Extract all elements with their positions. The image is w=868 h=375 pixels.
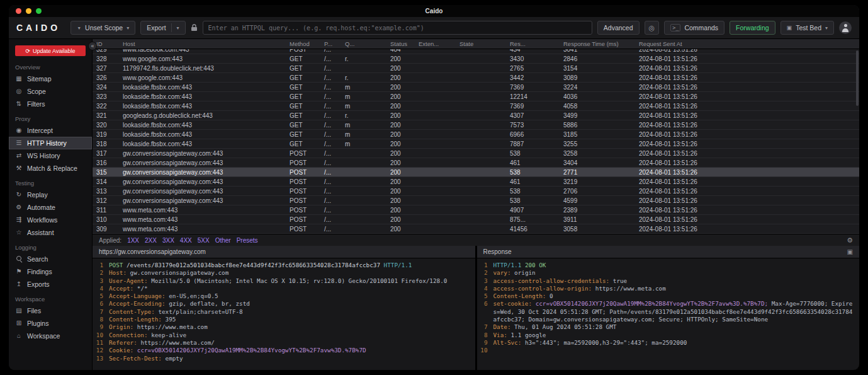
sidebar-item-plugins[interactable]: ⊞Plugins [9, 317, 92, 330]
table-row[interactable]: 311www.meta.com:443POST/...2004907238920… [93, 205, 859, 215]
filter-link-4xx[interactable]: 4XX [180, 237, 192, 244]
toolbar-circle-button[interactable]: ◎ [645, 21, 660, 35]
commands-button[interactable]: >_ Commands [664, 21, 724, 35]
sidebar-item-http-history[interactable]: ☰HTTP History [9, 137, 92, 149]
table-row[interactable]: 316gw.conversionsapigateway.com:443POST/… [93, 158, 859, 168]
export-button[interactable]: Export ▾ [140, 21, 185, 35]
table-cell: GET [286, 55, 320, 62]
collapse-sidebar-button[interactable]: « [88, 42, 97, 50]
column-header[interactable]: Exten... [415, 40, 456, 47]
table-cell: GET [286, 74, 320, 81]
filter-link-2xx[interactable]: 2XX [145, 237, 157, 244]
column-header[interactable]: Request Sent At [635, 40, 730, 47]
column-header[interactable]: Response Time (ms) [560, 40, 635, 47]
account-avatar[interactable] [839, 21, 852, 34]
code-segment: */* [137, 285, 148, 292]
table-row[interactable]: 317gw.conversionsapigateway.com:443POST/… [93, 149, 859, 158]
table-cell: POST [286, 188, 320, 195]
table-cell: 5886 [560, 122, 635, 129]
minimize-button[interactable] [26, 8, 31, 14]
table-row[interactable]: 322lookaside.fbsbx.com:443GET/...m200736… [93, 101, 859, 111]
sidebar-item-scope[interactable]: ◎Scope [9, 85, 92, 98]
table-cell: /... [320, 49, 341, 53]
close-button[interactable] [16, 8, 21, 14]
render-image-icon[interactable]: ▣ [847, 248, 853, 255]
sidebar-item-assistant[interactable]: ☆Assistant [9, 226, 92, 239]
search-icon [15, 255, 23, 263]
table-row[interactable]: 319lookaside.fbsbx.com:443GET/...m200696… [93, 130, 859, 139]
sidebar-item-workspace[interactable]: ⌂Workspace [9, 330, 92, 342]
code-line: 7Content-Type: text/plain;charset=UTF-8 [93, 308, 475, 316]
lock-icon[interactable] [191, 24, 198, 32]
sidebar-item-search[interactable]: Search [9, 253, 92, 265]
table-row[interactable]: 323lookaside.fbsbx.com:443GET/...m200122… [93, 92, 859, 101]
funnel-icon: ▼ [77, 26, 81, 30]
advanced-button[interactable]: Advanced [597, 21, 640, 35]
table-row[interactable]: 321googleads.g.doubleclick.net:443GET/..… [93, 111, 859, 120]
table-cell: www.meta.com:443 [119, 226, 286, 233]
table-row[interactable]: 310www.meta.com:443POST/...200875...3911… [93, 215, 859, 224]
request-code[interactable]: 1POST /events/83179e012a501034babcf8ee7e… [93, 258, 475, 370]
table-cell: GET [286, 131, 320, 138]
column-header[interactable]: Method [286, 40, 320, 47]
table-cell: 2024-08-01 13:51:26 [635, 178, 730, 185]
table-cell: POST [286, 169, 320, 176]
sidebar-item-match-replace[interactable]: ⚒Match & Replace [9, 162, 92, 175]
sidebar-item-automate[interactable]: ⚙Automate [9, 201, 92, 214]
code-segment: Content-Type: [109, 308, 158, 315]
sidebar-item-intercept[interactable]: ◉Intercept [9, 124, 92, 137]
code-line-text: Accept-Language: en-US,en;q=0.5 [109, 292, 475, 300]
sidebar-item-workflows[interactable]: ⇶Workflows [9, 214, 92, 226]
filter-link-1xx[interactable]: 1XX [127, 237, 139, 244]
code-segment: origin [514, 269, 536, 276]
table-cell: 3089 [560, 74, 635, 81]
forwarding-button[interactable]: Forwarding [730, 21, 775, 35]
scope-select[interactable]: ▼ Unset Scope ▾ [70, 21, 135, 35]
table-row[interactable]: 326www.google.com:443GET/...r.2003442308… [93, 73, 859, 83]
filter-link-presets[interactable]: Presets [237, 237, 258, 244]
filter-link-5xx[interactable]: 5XX [198, 237, 210, 244]
table-cell: 538 [506, 197, 560, 204]
sidebar-item-ws-history[interactable]: ⇄WS History [9, 149, 92, 162]
table-row[interactable]: 309www.meta.com:443POST/...2004145630582… [93, 224, 859, 234]
filter-link-3xx[interactable]: 3XX [162, 237, 174, 244]
httpql-query-input[interactable] [203, 21, 592, 35]
sidebar-item-files[interactable]: ▤Files [9, 304, 92, 317]
sidebar-item-findings[interactable]: ⚑Findings [9, 265, 92, 278]
sidebar-item-sitemap[interactable]: ▦Sitemap [9, 72, 92, 85]
column-header[interactable]: Status [386, 40, 415, 47]
sidebar-item-replay[interactable]: ↻Replay [9, 188, 92, 201]
table-row[interactable]: 328www.google.com:443GET/...r.2003430284… [93, 54, 859, 64]
table-row[interactable]: 320lookaside.fbsbx.com:443GET/...m200757… [93, 120, 859, 130]
column-header[interactable]: State [456, 40, 506, 47]
table-row[interactable]: 32711799742.fls.doubleclick.net:443GET/.… [93, 64, 859, 73]
column-header[interactable]: P... [320, 40, 341, 47]
column-header[interactable]: Host [119, 40, 286, 47]
column-header[interactable]: Res... [506, 40, 560, 47]
update-available-button[interactable]: ⟳ Update Available [15, 45, 86, 56]
table-cell: 2024-08-01 13:51:26 [635, 141, 730, 147]
table-row[interactable]: 313gw.conversionsapigateway.com:443POST/… [93, 187, 859, 196]
sidebar-item-filters[interactable]: ⇅Filters [9, 98, 92, 110]
zoom-button[interactable] [36, 8, 42, 14]
code-segment: Referer: [109, 339, 140, 346]
response-code[interactable]: 1HTTP/1.1 200 OK2vary: origin3access-con… [477, 258, 860, 370]
code-segment: Thu, 01 Aug 2024 05:51:28 GMT [514, 323, 616, 330]
table-row[interactable]: 318lookaside.fbsbx.com:443GET/...m200788… [93, 139, 859, 149]
column-header[interactable]: Q... [341, 40, 386, 47]
code-line: 2vary: origin [477, 269, 860, 277]
table-scrollbar[interactable] [856, 50, 859, 106]
filter-link-other[interactable]: Other [215, 237, 231, 244]
project-select[interactable]: ▣ Test Bed ▾ [781, 21, 834, 35]
sidebar-item-exports[interactable]: ↥Exports [9, 278, 92, 291]
sidebar-section-label: Workspace [9, 291, 92, 304]
table-row[interactable]: 329www.facebook.com:443POST/...404434304… [93, 49, 859, 54]
table-row[interactable]: 315gw.conversionsapigateway.com:443POST/… [93, 168, 859, 177]
gear-icon[interactable]: ⚙ [847, 236, 853, 245]
code-line-text: access-control-allow-origin: https://www… [493, 285, 860, 292]
table-row[interactable]: 314gw.conversionsapigateway.com:443POST/… [93, 177, 859, 187]
table-cell: 3185 [560, 131, 635, 138]
table-row[interactable]: 312gw.conversionsapigateway.com:443POST/… [93, 196, 859, 205]
code-segment: User-Agent: [109, 277, 151, 284]
table-row[interactable]: 324lookaside.fbsbx.com:443GET/...m200736… [93, 83, 859, 92]
